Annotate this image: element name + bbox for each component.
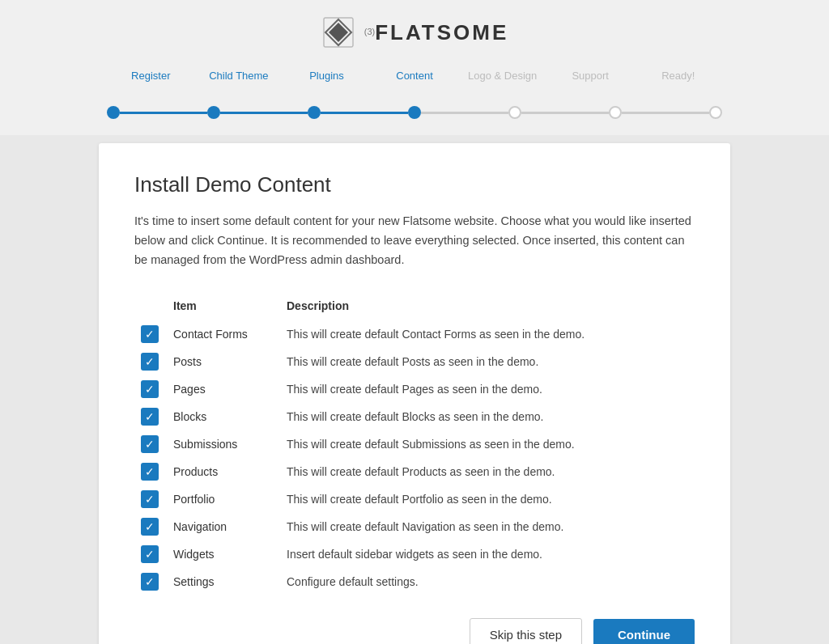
item-description-9: Configure default settings. (280, 568, 695, 595)
item-description-6: This will create default Portfolio as se… (280, 485, 695, 513)
checkbox-cell-0: ✓ (134, 320, 167, 348)
table-row: ✓PostsThis will create default Posts as … (134, 348, 695, 375)
item-description-0: This will create default Contact Forms a… (280, 320, 695, 348)
checkbox-cell-8: ✓ (134, 540, 167, 568)
item-name-8: Widgets (167, 540, 280, 568)
logo-wordmark: FLATSOME (375, 20, 508, 44)
table-row: ✓BlocksThis will create default Blocks a… (134, 403, 695, 430)
col-item-header: Item (167, 294, 280, 320)
table-row: ✓SubmissionsThis will create default Sub… (134, 430, 695, 458)
step-dot-5 (508, 106, 521, 119)
step-line-6 (622, 112, 709, 114)
table-row: ✓SettingsConfigure default settings. (134, 568, 695, 595)
step-line-5 (521, 112, 609, 114)
step-line-3 (321, 112, 408, 114)
checkbox-3[interactable]: ✓ (141, 408, 159, 426)
table-header-row: Item Description (134, 294, 695, 320)
table-row: ✓PagesThis will create default Pages as … (134, 375, 695, 403)
step-label-childtheme: Child Theme (195, 70, 283, 82)
step-label-logo: Logo & Design (458, 70, 546, 82)
checkbox-6[interactable]: ✓ (141, 490, 159, 508)
item-name-2: Pages (167, 375, 280, 403)
flatsome-logo-icon (321, 15, 356, 50)
item-name-7: Navigation (167, 513, 280, 540)
install-demo-card: Install Demo Content It's time to insert… (99, 143, 730, 644)
content-items-table: Item Description ✓Contact FormsThis will… (134, 294, 695, 595)
item-name-3: Blocks (167, 403, 280, 430)
step-label-content: Content (371, 70, 459, 82)
table-row: ✓Contact FormsThis will create default C… (134, 320, 695, 348)
checkbox-cell-7: ✓ (134, 513, 167, 540)
checkbox-1[interactable]: ✓ (141, 353, 159, 371)
checkbox-cell-9: ✓ (134, 568, 167, 595)
header: (3)FLATSOME (0, 0, 829, 61)
checkbox-7[interactable]: ✓ (141, 518, 159, 536)
item-description-3: This will create default Blocks as seen … (280, 403, 695, 430)
checkbox-4[interactable]: ✓ (141, 435, 159, 453)
item-description-5: This will create default Products as see… (280, 458, 695, 485)
step-dot-1 (107, 106, 120, 119)
step-line-4 (421, 112, 508, 114)
item-name-4: Submissions (167, 430, 280, 458)
item-name-1: Posts (167, 348, 280, 375)
col-description-header: Description (280, 294, 695, 320)
step-dot-3 (308, 106, 321, 119)
step-dot-4 (408, 106, 421, 119)
checkbox-cell-4: ✓ (134, 430, 167, 458)
page-description: It's time to insert some default content… (134, 212, 695, 270)
continue-button[interactable]: Continue (593, 619, 695, 644)
logo-text-wrapper: (3)FLATSOME (364, 20, 509, 45)
main-content: Install Demo Content It's time to insert… (99, 143, 730, 644)
step-line-1 (120, 112, 207, 114)
step-dot-7 (709, 106, 722, 119)
item-description-4: This will create default Submissions as … (280, 430, 695, 458)
step-label-ready: Ready! (634, 70, 722, 82)
table-row: ✓ProductsThis will create default Produc… (134, 458, 695, 485)
logo-superscript: (3) (364, 26, 375, 36)
item-name-9: Settings (167, 568, 280, 595)
checkbox-cell-1: ✓ (134, 348, 167, 375)
step-label-register: Register (107, 70, 195, 82)
checkbox-cell-3: ✓ (134, 403, 167, 430)
checkbox-0[interactable]: ✓ (141, 325, 159, 343)
stepper-track (107, 106, 722, 119)
stepper-labels: Register Child Theme Plugins Content Log… (107, 70, 722, 82)
item-name-0: Contact Forms (167, 320, 280, 348)
table-row: ✓NavigationThis will create default Navi… (134, 513, 695, 540)
action-buttons: Skip this step Continue (134, 618, 695, 644)
logo: (3)FLATSOME (321, 15, 509, 50)
item-description-1: This will create default Posts as seen i… (280, 348, 695, 375)
step-dot-2 (207, 106, 220, 119)
checkbox-5[interactable]: ✓ (141, 463, 159, 481)
item-name-5: Products (167, 458, 280, 485)
table-row: ✓WidgetsInsert default sidebar widgets a… (134, 540, 695, 568)
table-row: ✓PortfolioThis will create default Portf… (134, 485, 695, 513)
checkbox-cell-5: ✓ (134, 458, 167, 485)
step-label-plugins: Plugins (283, 70, 371, 82)
page-title: Install Demo Content (134, 172, 695, 197)
checkbox-cell-2: ✓ (134, 375, 167, 403)
step-line-2 (220, 112, 308, 114)
item-name-6: Portfolio (167, 485, 280, 513)
item-description-7: This will create default Navigation as s… (280, 513, 695, 540)
checkbox-2[interactable]: ✓ (141, 380, 159, 398)
col-checkbox (134, 294, 167, 320)
checkbox-cell-6: ✓ (134, 485, 167, 513)
item-description-2: This will create default Pages as seen i… (280, 375, 695, 403)
skip-button[interactable]: Skip this step (470, 618, 582, 644)
checkbox-8[interactable]: ✓ (141, 545, 159, 563)
stepper-wrapper: Register Child Theme Plugins Content Log… (0, 61, 829, 135)
checkbox-9[interactable]: ✓ (141, 573, 159, 591)
step-label-support: Support (546, 70, 635, 82)
item-description-8: Insert default sidebar widgets as seen i… (280, 540, 695, 568)
step-dot-6 (609, 106, 622, 119)
